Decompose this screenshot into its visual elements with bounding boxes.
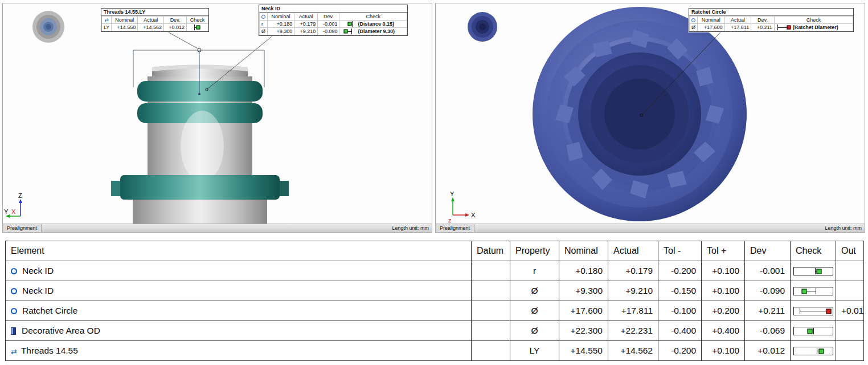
actual-cell: +9.210 <box>608 281 658 301</box>
nominal-value: +17.600 <box>698 24 725 31</box>
col-dev: Dev. <box>318 13 339 21</box>
property-cell: Ø <box>510 301 559 321</box>
col-property[interactable]: Property <box>510 241 559 261</box>
actual-value: +14.562 <box>138 24 164 31</box>
col-datum[interactable]: Datum <box>472 241 510 261</box>
alignment-tab[interactable]: Prealignment <box>3 224 42 232</box>
col-actual: Actual <box>724 17 751 24</box>
annotation-threads[interactable]: Threads 14.55.LY Nominal Actual Dev. Che… <box>101 8 209 32</box>
annotation-neck-id[interactable]: Neck ID Nominal Actual Dev. Check r +0.1… <box>259 5 408 36</box>
col-nominal: Nominal <box>112 17 138 24</box>
check-cell <box>791 281 836 301</box>
actual-cell: +17.811 <box>608 301 658 321</box>
dev-cell: -0.001 <box>745 261 791 281</box>
datum-cell <box>472 321 510 341</box>
nominal-cell: +14.550 <box>559 341 608 361</box>
tol-plus-cell: +0.100 <box>702 281 745 301</box>
element-name: Threads 14.55 <box>21 346 78 355</box>
dev-value: -0.090 <box>318 28 339 35</box>
coordinate-triad: Y X Z <box>448 190 476 224</box>
col-actual: Actual <box>138 17 164 24</box>
property-cell: r <box>510 261 559 281</box>
viewport-front-view[interactable]: Z Y X Threads 14.55.LY Nominal Actual De… <box>2 3 432 233</box>
viewport-top-view[interactable]: Y X Z Ratchet Circle Nominal Actual Dev.… <box>435 3 865 233</box>
annotation-ratchet-circle[interactable]: Ratchet Circle Nominal Actual Dev. Check… <box>689 8 854 32</box>
table-row-neck-id-r[interactable]: Neck ID r +0.180 +0.179 -0.200 +0.100 -0… <box>6 261 864 281</box>
table-row-decorative-area-od[interactable]: Decorative Area OD Ø +22.300 +22.231 -0.… <box>6 321 864 341</box>
col-dev[interactable]: Dev <box>745 241 791 261</box>
col-element[interactable]: Element <box>6 241 472 261</box>
actual-value: +9.210 <box>294 28 318 35</box>
front-view-3d-render: Z Y X <box>3 3 432 224</box>
dev-value: +0.211 <box>751 24 775 31</box>
col-dev: Dev. <box>164 17 187 24</box>
y-axis-label: Y <box>4 208 9 215</box>
annotation-row: Ø +17.600 +17.811 +0.211 (Ratchet Diamet… <box>690 24 853 31</box>
dev-cell: +0.012 <box>745 341 791 361</box>
tol-plus-cell: +0.100 <box>702 261 745 281</box>
alignment-tab[interactable]: Prealignment <box>436 224 474 232</box>
property-cell: LY <box>510 341 559 361</box>
out-cell <box>836 321 864 341</box>
col-actual[interactable]: Actual <box>608 241 658 261</box>
check-cell <box>791 261 836 281</box>
annotation-row: LY +14.550 +14.562 +0.012 <box>102 24 208 31</box>
col-check[interactable]: Check <box>791 241 836 261</box>
check-value: (Ratchet Diameter) <box>774 24 853 31</box>
dev-cell: -0.069 <box>745 321 791 341</box>
check-indicator <box>793 287 833 295</box>
property-cell: Ø <box>510 321 559 341</box>
circle-icon <box>11 308 17 314</box>
nominal-cell: +9.300 <box>559 281 608 301</box>
col-check: Check <box>774 17 853 24</box>
viewport-area: Z Y X Threads 14.55.LY Nominal Actual De… <box>0 0 868 233</box>
element-name: Ratchet Circle <box>22 306 77 315</box>
y-axis-label: Y <box>450 190 455 197</box>
threads-icon <box>102 17 112 24</box>
col-nominal[interactable]: Nominal <box>559 241 608 261</box>
col-out[interactable]: Out <box>836 241 864 261</box>
table-row-ratchet-circle[interactable]: Ratchet Circle Ø +17.600 +17.811 -0.100 … <box>6 301 864 321</box>
part-thumbnail <box>32 11 64 43</box>
check-cell <box>791 341 836 361</box>
col-check: Check <box>187 17 208 24</box>
col-check: Check <box>339 13 407 21</box>
col-nominal: Nominal <box>268 13 294 21</box>
check-indicator <box>793 327 833 335</box>
table-row-threads[interactable]: Threads 14.55 LY +14.550 +14.562 -0.200 … <box>6 341 864 361</box>
tol-minus-cell: -0.200 <box>658 261 702 281</box>
out-cell <box>836 261 864 281</box>
annotation-title: Threads 14.55.LY <box>101 9 208 16</box>
dev-value: -0.001 <box>318 21 339 28</box>
actual-cell: +14.562 <box>608 341 658 361</box>
z-axis-label: Z <box>448 218 452 224</box>
tol-plus-cell: +0.200 <box>702 301 745 321</box>
property-cell: Ø <box>510 281 559 301</box>
col-nominal: Nominal <box>698 17 725 24</box>
tol-minus-cell: -0.400 <box>658 321 702 341</box>
check-label: (Distance 0.15) <box>358 21 394 27</box>
top-view-3d-render: Y X Z <box>436 3 865 224</box>
bottle-neck-model <box>111 65 289 225</box>
col-tol-minus[interactable]: Tol - <box>658 241 702 261</box>
col-dev: Dev. <box>751 17 775 24</box>
dev-cell: +0.211 <box>745 301 791 321</box>
length-unit-label: Length unit: mm <box>392 225 432 231</box>
actual-value: +0.179 <box>294 21 318 28</box>
check-indicator <box>776 25 791 30</box>
x-axis-label: X <box>11 208 16 215</box>
col-tol-plus[interactable]: Tol + <box>702 241 745 261</box>
part-thumbnail <box>468 12 497 42</box>
check-indicator <box>189 25 203 30</box>
annotation-title: Ratchet Circle <box>689 9 853 16</box>
element-name: Neck ID <box>22 266 54 275</box>
table-row-neck-id-dia[interactable]: Neck ID Ø +9.300 +9.210 -0.150 +0.100 -0… <box>6 281 864 301</box>
actual-cell: +22.231 <box>608 321 658 341</box>
annotation-row: r +0.180 +0.179 -0.001 (Distance 0.15) <box>260 21 407 28</box>
check-value <box>187 24 208 31</box>
out-cell <box>836 281 864 301</box>
check-indicator <box>341 21 356 27</box>
check-value: (Distance 0.15) <box>339 21 407 28</box>
nominal-value: +9.300 <box>268 28 294 35</box>
cylinder-icon <box>11 327 16 335</box>
